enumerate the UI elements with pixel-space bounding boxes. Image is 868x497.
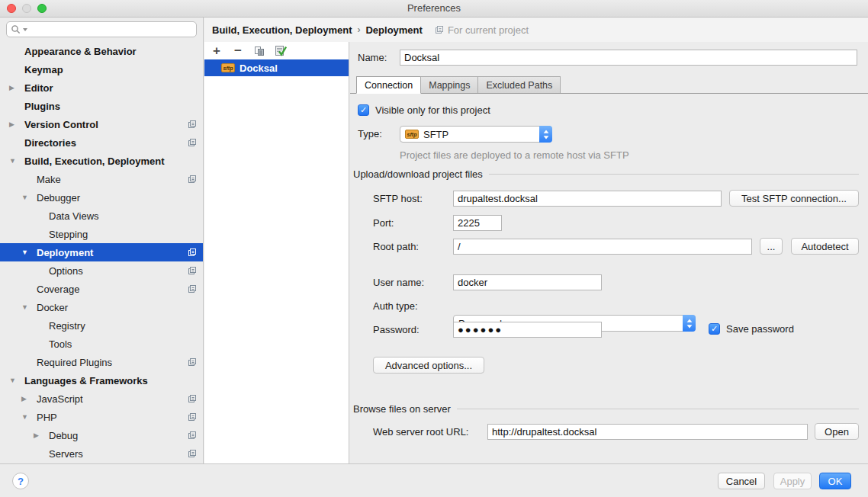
chevron-down-icon[interactable] [21, 303, 37, 311]
web-root-input[interactable] [487, 424, 808, 440]
sidebar-item-php[interactable]: PHP [0, 408, 203, 426]
sidebar-item-plugins[interactable]: Plugins [0, 97, 203, 115]
tab-connection[interactable]: Connection [356, 76, 421, 94]
type-hint: Project files are deployed to a remote h… [400, 149, 629, 161]
chevron-down-icon[interactable] [21, 413, 37, 421]
sidebar-item-deployment[interactable]: Deployment [0, 243, 203, 261]
server-list-item-docksal[interactable]: sftp Docksal [204, 59, 349, 76]
type-label: Type: [358, 126, 382, 142]
scope-label: For current project [448, 24, 529, 36]
dropdown-stepper-icon [539, 126, 552, 143]
test-sftp-connection-button[interactable]: Test SFTP connection... [729, 190, 859, 207]
breadcrumb-deployment[interactable]: Deployment [365, 24, 422, 36]
autodetect-button[interactable]: Autodetect [791, 238, 859, 255]
sidebar-item-debug[interactable]: Debug [0, 426, 203, 444]
server-list-panel: sftp Docksal [204, 42, 349, 463]
dropdown-stepper-icon [683, 315, 696, 332]
password-input[interactable] [453, 322, 602, 338]
sidebar-item-registry[interactable]: Registry [0, 316, 203, 335]
tab-excluded-paths[interactable]: Excluded Paths [477, 76, 561, 93]
sidebar-item-coverage[interactable]: Coverage [0, 280, 203, 298]
sidebar-item-make[interactable]: Make [0, 170, 203, 188]
sidebar-item-keymap[interactable]: Keymap [0, 60, 203, 79]
project-scope-icon [188, 358, 197, 367]
help-button[interactable]: ? [12, 473, 29, 489]
sidebar-item-javascript[interactable]: JavaScript [0, 390, 203, 408]
settings-search-field[interactable] [6, 21, 197, 37]
project-scope-icon [188, 248, 197, 257]
search-input[interactable] [27, 23, 192, 36]
minimize-window-button[interactable] [22, 4, 31, 13]
chevron-down-icon[interactable] [21, 194, 37, 201]
user-name-label: User name: [373, 274, 424, 290]
project-scope-icon [435, 25, 444, 34]
ok-button[interactable]: OK [819, 473, 851, 489]
sidebar-item-version-control[interactable]: Version Control [0, 115, 203, 133]
project-scope-icon [188, 175, 197, 184]
apply-button[interactable]: Apply [773, 473, 812, 489]
project-scope-icon [188, 120, 197, 129]
chevron-right-icon[interactable] [9, 120, 24, 128]
sidebar-item-tools[interactable]: Tools [0, 335, 203, 353]
sidebar-item-appearance-behavior[interactable]: Appearance & Behavior [0, 42, 203, 60]
open-url-button[interactable]: Open [815, 423, 859, 440]
chevron-right-icon[interactable] [9, 84, 24, 91]
browse-section-header: Browse files on server [353, 403, 859, 415]
chevron-down-icon[interactable] [9, 157, 24, 165]
breadcrumb-build-execution-deployment[interactable]: Build, Execution, Deployment [212, 24, 352, 36]
project-scope-icon [188, 138, 197, 147]
advanced-options-button[interactable]: Advanced options... [373, 357, 484, 374]
sidebar-item-docker[interactable]: Docker [0, 298, 203, 316]
tab-bar: Connection Mappings Excluded Paths [350, 76, 868, 94]
upload-section-header: Upload/download project files [353, 168, 859, 180]
sftp-file-icon: sftp [405, 130, 419, 139]
sftp-host-label: SFTP host: [373, 191, 423, 207]
sidebar-item-options[interactable]: Options [0, 261, 203, 280]
user-name-input[interactable] [453, 274, 602, 290]
password-label: Password: [373, 322, 420, 338]
visible-only-label: Visible only for this project [375, 104, 490, 116]
cancel-button[interactable]: Cancel [718, 473, 765, 489]
sidebar-item-stepping[interactable]: Stepping [0, 225, 203, 243]
chevron-right-icon[interactable] [34, 431, 49, 439]
settings-sidebar: Appearance & Behavior Keymap Editor Plug… [0, 18, 204, 463]
use-as-default-check-icon[interactable] [275, 45, 287, 57]
remove-server-button[interactable] [232, 45, 244, 57]
visible-only-checkbox[interactable] [358, 104, 369, 116]
port-input[interactable] [453, 215, 502, 231]
sidebar-item-editor[interactable]: Editor [0, 79, 203, 97]
project-scope-icon [188, 284, 197, 293]
sidebar-item-build-execution-deployment[interactable]: Build, Execution, Deployment [0, 152, 203, 170]
close-window-button[interactable] [7, 4, 16, 13]
project-scope-icon [188, 412, 197, 422]
server-list-toolbar [204, 42, 349, 59]
add-server-button[interactable] [211, 45, 223, 57]
sidebar-item-data-views[interactable]: Data Views [0, 207, 203, 225]
name-input[interactable] [400, 50, 857, 66]
sidebar-item-debugger[interactable]: Debugger [0, 188, 203, 207]
sidebar-item-required-plugins[interactable]: Required Plugins [0, 353, 203, 371]
root-path-input[interactable] [453, 239, 752, 255]
chevron-down-icon[interactable] [21, 248, 37, 256]
browse-root-path-button[interactable]: ... [760, 238, 783, 255]
auth-type-label: Auth type: [373, 298, 418, 314]
dialog-footer: ? Cancel Apply OK [0, 463, 868, 497]
sidebar-item-servers[interactable]: Servers [0, 444, 203, 463]
save-password-checkbox[interactable] [709, 323, 720, 335]
title-bar: Preferences [0, 0, 868, 18]
web-root-label: Web server root URL: [373, 424, 468, 440]
tab-mappings[interactable]: Mappings [420, 76, 478, 93]
chevron-down-icon[interactable] [9, 377, 24, 384]
project-scope-icon [188, 449, 197, 458]
zoom-window-button[interactable] [37, 4, 47, 13]
settings-tree: Appearance & Behavior Keymap Editor Plug… [0, 42, 203, 463]
copy-server-icon[interactable] [253, 45, 265, 57]
sidebar-item-languages-frameworks[interactable]: Languages & Frameworks [0, 371, 203, 390]
breadcrumb-separator: › [357, 24, 360, 35]
chevron-right-icon[interactable] [21, 395, 37, 402]
sidebar-item-directories[interactable]: Directories [0, 133, 203, 152]
sftp-host-input[interactable] [453, 191, 722, 207]
type-select[interactable]: sftp SFTP [400, 126, 552, 143]
root-path-label: Root path: [373, 239, 419, 255]
server-name: Docksal [240, 63, 278, 74]
